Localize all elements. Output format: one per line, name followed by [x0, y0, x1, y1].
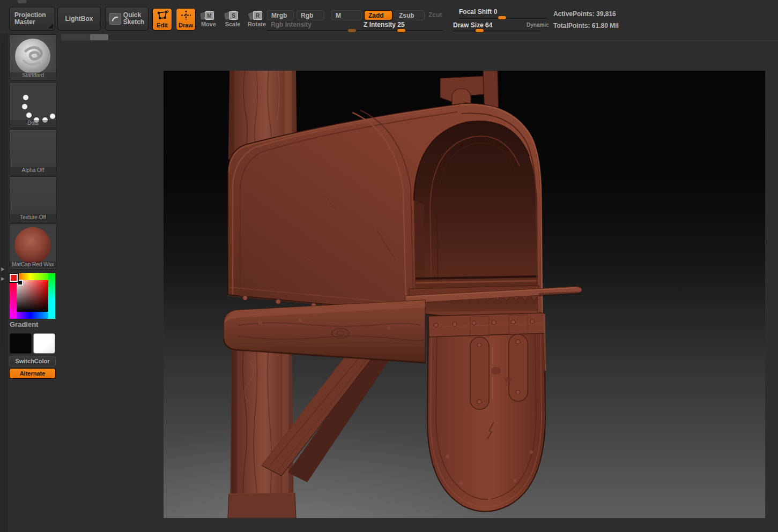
active-points-stat: ActivePoints: 39,816 — [553, 10, 616, 18]
current-stroke-tile[interactable]: Dots — [9, 82, 57, 128]
quick-sketch-label-2: Sketch — [123, 19, 144, 26]
divider-groove — [2, 44, 3, 344]
main-color-swatch[interactable] — [10, 333, 32, 354]
sculpt-document[interactable] — [164, 71, 765, 518]
open-tray-arrow-icon[interactable]: ▶ — [1, 276, 5, 281]
rgb-button[interactable]: Rgb — [297, 10, 324, 20]
pen-icon — [109, 13, 121, 25]
move-label: Move — [201, 21, 216, 27]
current-alpha-tile[interactable]: Alpha Off — [9, 129, 57, 175]
material-tile-label: MatCap Red Wax — [10, 261, 56, 268]
current-color-swatch[interactable] — [10, 274, 18, 282]
zcut-button[interactable]: Zcut — [428, 11, 442, 19]
z-intensity-slider-handle[interactable] — [397, 28, 406, 33]
mrgb-button[interactable]: Mrgb — [267, 10, 294, 20]
left-tray-divider[interactable]: ▶ ▶ — [0, 33, 8, 532]
m-button[interactable]: M — [331, 10, 362, 20]
rotate-icon: R — [251, 11, 262, 20]
scale-mode-button[interactable]: S Scale — [223, 9, 243, 30]
rgb-intensity-slider-track[interactable] — [267, 30, 355, 32]
open-tray-arrow-icon[interactable]: ▶ — [1, 267, 5, 272]
draw-label: Draw — [179, 22, 193, 28]
draw-mode-button[interactable]: Draw — [176, 8, 196, 31]
mailbox-door-open[interactable] — [427, 313, 545, 512]
brush-tile-label: Standard — [10, 72, 56, 79]
alpha-tile-label: Alpha Off — [10, 167, 56, 174]
focal-shift-slider-label: Focal Shift 0 — [459, 8, 497, 16]
focal-shift-value: 0 — [494, 8, 498, 16]
color-picker[interactable] — [10, 273, 55, 319]
current-texture-tile[interactable]: Texture Off — [9, 176, 57, 222]
lightbox-divider-tab[interactable] — [61, 34, 90, 40]
scale-label: Scale — [225, 21, 241, 27]
rgb-intensity-slider-label: Rgb Intensity — [271, 21, 312, 28]
z-intensity-value: 25 — [397, 21, 404, 28]
projection-master-button[interactable]: Projection Master — [9, 7, 55, 31]
document-canvas-area[interactable] — [61, 33, 778, 532]
scale-icon: S — [227, 11, 238, 20]
rotate-mode-button[interactable]: R Rotate — [246, 9, 268, 30]
edit-lasso-icon — [156, 10, 169, 21]
draw-size-value: 64 — [485, 21, 492, 29]
secondary-color-swatch[interactable] — [33, 333, 55, 354]
toolbar-drag-nub[interactable] — [18, 0, 26, 3]
rotate-label: Rotate — [248, 21, 266, 27]
draw-size-slider-label: Draw Size 64 — [453, 21, 492, 29]
gradient-label[interactable]: Gradient — [10, 320, 38, 328]
current-brush-tile[interactable]: Standard — [9, 34, 57, 80]
move-icon: M — [203, 11, 214, 20]
stroke-tile-label: Dots — [10, 120, 56, 127]
draw-crosshair-icon — [180, 10, 192, 21]
quick-palette-sidebar: Standard Dots Alpha Off Texture Off — [8, 33, 59, 532]
sv-selector[interactable] — [17, 280, 23, 286]
rgb-intensity-slider-handle[interactable] — [347, 28, 357, 33]
lightbox-button[interactable]: LightBox — [57, 7, 101, 31]
wood-post-lower[interactable] — [228, 341, 296, 518]
focal-shift-slider-handle[interactable] — [498, 16, 507, 20]
zsub-button[interactable]: Zsub — [395, 10, 425, 20]
switch-color-button[interactable]: SwitchColor — [9, 356, 56, 366]
draw-size-slider-track[interactable] — [453, 31, 540, 32]
texture-tile-label: Texture Off — [10, 214, 56, 221]
draw-size-slider-handle[interactable] — [475, 28, 484, 33]
active-points-value: 39,816 — [596, 10, 616, 18]
current-material-tile[interactable]: MatCap Red Wax — [9, 223, 57, 269]
move-mode-button[interactable]: M Move — [198, 9, 219, 30]
lightbox-divider-line — [61, 40, 778, 41]
alternate-button[interactable]: Alternate — [9, 368, 56, 379]
zadd-button[interactable]: Zadd — [364, 10, 392, 20]
projection-master-label-2: Master — [14, 19, 35, 26]
top-shelf-toolbar: Projection Master LightBox Quick Sketch … — [0, 0, 778, 33]
menu-corner-icon — [48, 24, 53, 28]
quick-sketch-button[interactable]: Quick Sketch — [105, 7, 149, 31]
edit-mode-button[interactable]: Edit — [152, 8, 172, 31]
total-points-value: 61.80 Mil — [592, 22, 619, 29]
hue-ring[interactable] — [48, 273, 55, 319]
edit-label: Edit — [157, 22, 168, 28]
z-intensity-slider-label: Z Intensity 25 — [364, 21, 405, 28]
dynamic-toggle[interactable]: Dynamic — [527, 22, 549, 28]
lightbox-label: LightBox — [65, 15, 93, 23]
viewport-mailbox-model[interactable] — [164, 71, 765, 518]
lightbox-divider-handle[interactable] — [90, 34, 108, 40]
total-points-stat: TotalPoints: 61.80 Mil — [553, 22, 619, 29]
